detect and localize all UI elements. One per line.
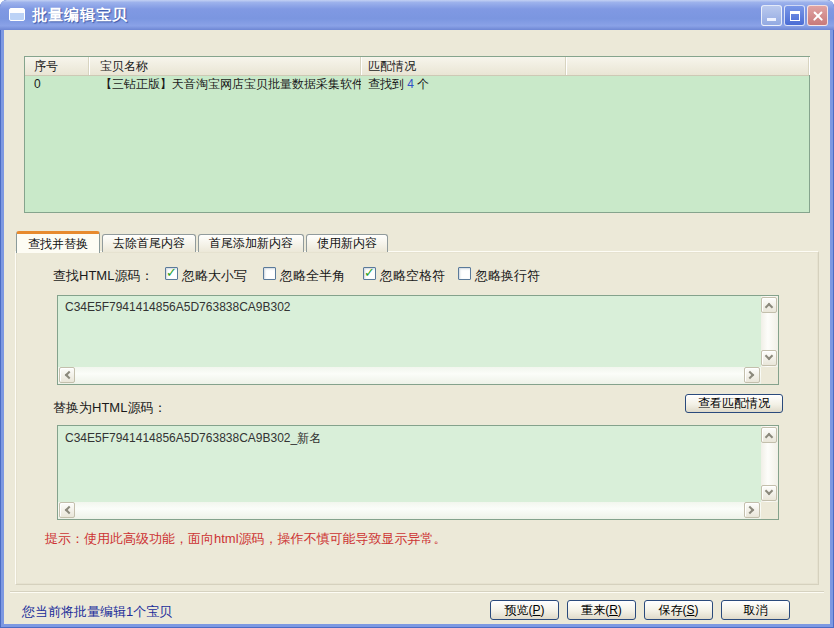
- column-header-name[interactable]: 宝贝名称: [89, 57, 361, 75]
- chevron-right-icon: [746, 371, 754, 379]
- scroll-up-button[interactable]: [761, 427, 777, 443]
- find-vertical-scrollbar[interactable]: [761, 296, 778, 367]
- find-html-label: 查找HTML源码：: [53, 267, 153, 285]
- chevron-right-icon: [746, 506, 754, 514]
- checkbox-ignore-space[interactable]: [363, 267, 376, 280]
- window-icon: [9, 8, 25, 21]
- list-header: 序号 宝贝名称 匹配情况: [25, 57, 809, 76]
- scrollbar-corner: [761, 502, 778, 519]
- replace-source-field: C34E5F7941414856A5D763838CA9B302_新名: [57, 425, 779, 520]
- scroll-down-button[interactable]: [761, 350, 777, 366]
- batch-edit-dialog: 批量编辑宝贝 序号 宝贝名称 匹配情况 0 【三钻正版】天音淘宝网店宝贝批量数据…: [0, 0, 834, 628]
- find-source-field: C34E5F7941414856A5D763838CA9B302: [57, 295, 779, 385]
- chevron-up-icon: [765, 303, 773, 311]
- tab-append-ends[interactable]: 首尾添加新内容: [198, 234, 304, 252]
- scroll-left-button[interactable]: [59, 502, 75, 518]
- warning-hint: 提示：使用此高级功能，面向html源码，操作不慎可能导致显示异常。: [45, 530, 447, 548]
- row-index: 0: [25, 76, 89, 93]
- checkbox-ignore-case[interactable]: [165, 267, 178, 280]
- minimize-button[interactable]: [761, 5, 782, 26]
- scroll-down-button[interactable]: [761, 485, 777, 501]
- window-title: 批量编辑宝贝: [32, 0, 128, 30]
- scrollbar-corner: [761, 367, 778, 384]
- scroll-right-button[interactable]: [744, 367, 760, 383]
- scroll-up-button[interactable]: [761, 297, 777, 313]
- find-horizontal-scrollbar[interactable]: [58, 367, 761, 384]
- cancel-button[interactable]: 取消: [721, 600, 790, 620]
- chevron-left-icon: [65, 506, 73, 514]
- tab-strip-ends[interactable]: 去除首尾内容: [102, 234, 196, 252]
- tab-new-content[interactable]: 使用新内容: [306, 234, 388, 252]
- checkbox-ignore-case-label[interactable]: 忽略大小写: [182, 267, 247, 285]
- maximize-icon: [790, 11, 800, 21]
- column-header-extra[interactable]: [566, 57, 809, 75]
- chevron-left-icon: [65, 371, 73, 379]
- replace-source-input[interactable]: C34E5F7941414856A5D763838CA9B302_新名: [58, 426, 761, 502]
- row-match-status: 查找到 4 个: [361, 76, 566, 93]
- view-match-button[interactable]: 查看匹配情况: [685, 394, 783, 413]
- chevron-up-icon: [765, 433, 773, 441]
- replace-html-label: 替换为HTML源码：: [53, 399, 166, 417]
- column-header-index[interactable]: 序号: [25, 57, 89, 75]
- chevron-down-icon: [765, 352, 773, 360]
- tab-find-replace[interactable]: 查找并替换: [16, 231, 100, 253]
- item-list: 序号 宝贝名称 匹配情况 0 【三钻正版】天音淘宝网店宝贝批量数据采集软件 ..…: [24, 56, 810, 213]
- status-text: 您当前将批量编辑1个宝贝: [22, 603, 172, 621]
- scroll-left-button[interactable]: [59, 367, 75, 383]
- maximize-button[interactable]: [784, 5, 805, 26]
- checkbox-ignore-width[interactable]: [263, 267, 276, 280]
- checkbox-ignore-linebreak-label[interactable]: 忽略换行符: [475, 267, 540, 285]
- checkbox-ignore-linebreak[interactable]: [458, 267, 471, 280]
- scroll-right-button[interactable]: [744, 502, 760, 518]
- dialog-body: 序号 宝贝名称 匹配情况 0 【三钻正版】天音淘宝网店宝贝批量数据采集软件 ..…: [4, 30, 830, 624]
- close-icon: [808, 6, 827, 25]
- minimize-icon: [767, 18, 776, 21]
- footer-divider: [10, 591, 824, 593]
- preview-button[interactable]: 预览(P): [490, 600, 559, 620]
- title-bar[interactable]: 批量编辑宝贝: [0, 0, 834, 30]
- checkbox-ignore-width-label[interactable]: 忽略全半角: [280, 267, 345, 285]
- close-button[interactable]: [807, 5, 828, 26]
- save-button[interactable]: 保存(S): [644, 600, 713, 620]
- replace-vertical-scrollbar[interactable]: [761, 426, 778, 502]
- chevron-down-icon: [765, 487, 773, 495]
- replace-horizontal-scrollbar[interactable]: [58, 502, 761, 519]
- tab-strip: 查找并替换 去除首尾内容 首尾添加新内容 使用新内容: [16, 230, 388, 252]
- list-body: 0 【三钻正版】天音淘宝网店宝贝批量数据采集软件 ... 查找到 4 个: [25, 76, 809, 212]
- column-header-match[interactable]: 匹配情况: [361, 57, 566, 75]
- checkbox-ignore-space-label[interactable]: 忽略空格符: [380, 267, 445, 285]
- table-row[interactable]: 0 【三钻正版】天音淘宝网店宝贝批量数据采集软件 ... 查找到 4 个: [25, 76, 809, 93]
- row-item-name: 【三钻正版】天音淘宝网店宝贝批量数据采集软件 ...: [89, 76, 361, 93]
- find-source-input[interactable]: C34E5F7941414856A5D763838CA9B302: [58, 296, 761, 367]
- redo-button[interactable]: 重来(R): [567, 600, 636, 620]
